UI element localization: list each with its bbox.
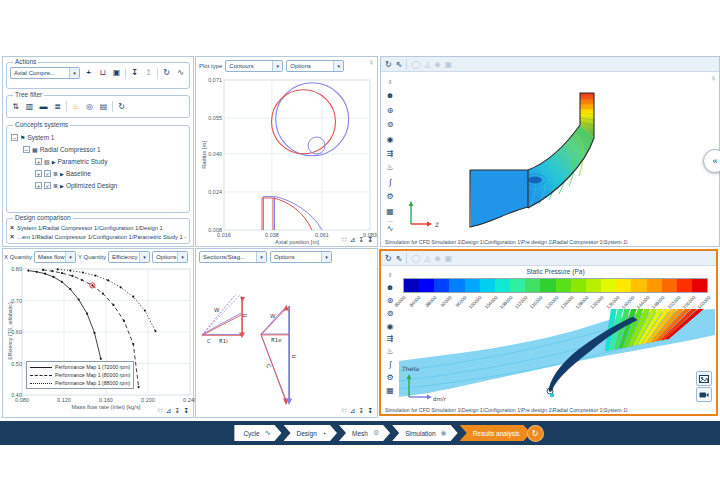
data-point[interactable] [71,275,73,277]
velocity-triangles-canvas[interactable]: C R1i W U W R1e C U [198,263,377,413]
calculator-icon[interactable]: ▦ [386,386,394,396]
rotor-swirl-icon[interactable]: ⊛ [387,296,394,306]
data-point[interactable] [91,284,93,286]
export-image-button[interactable] [696,371,712,386]
triangles-options-select[interactable]: Options ▾ [270,251,332,263]
meridional-view-canvas[interactable]: Z [399,74,719,234]
menu-icon[interactable]: ≣ [53,182,58,189]
view-mode-diamond-icon[interactable]: ◈ [435,254,441,263]
performance-chart-canvas[interactable] [4,263,194,413]
plot-type-select[interactable]: Contours ▾ [225,60,283,72]
data-point[interactable] [100,358,102,360]
notes-filter-button[interactable]: ▤ [98,101,109,112]
boundary-user-icon[interactable]: ☻ [386,91,394,101]
solver-settings-icon[interactable]: ⚙ [386,192,393,202]
data-point[interactable] [44,273,46,275]
data-point[interactable] [132,343,134,345]
data-point[interactable] [81,279,83,281]
collapse-all-button[interactable]: ▬ [38,101,49,112]
active-filter-button[interactable]: ♨ [70,101,81,112]
checkbox-checked-icon[interactable]: ✓ [44,182,51,189]
data-point[interactable] [132,296,134,298]
add-button[interactable]: + [83,68,94,79]
fit-view-icon[interactable]: ∷ [342,236,346,244]
fluid-properties-icon[interactable]: ♨ [386,163,393,173]
save-data-icon[interactable]: ↧ [174,407,180,415]
target-icon[interactable]: ◉ [387,322,394,332]
rotate-button[interactable]: ↻ [161,68,172,79]
y-quantity-select[interactable]: Efficiency (T... ▾ [108,251,150,263]
data-point[interactable] [82,271,84,273]
pan-view-icon[interactable]: ↻ [385,254,392,263]
run-icon[interactable]: ▶ [60,171,64,177]
save-data-icon[interactable]: ↧ [358,236,364,244]
export-button[interactable]: ↥ [143,68,154,79]
data-point[interactable] [144,310,146,312]
view-mode-circle-icon[interactable]: ◯ [411,60,420,69]
data-point[interactable] [52,276,54,278]
contour-options-select[interactable]: Options ▾ [286,60,344,72]
view-mode-cube-icon[interactable]: ▣ [445,60,453,69]
target-icon[interactable]: ◉ [387,135,394,145]
delete-button[interactable]: ⊔ [97,68,108,79]
boundary-user-icon[interactable]: ☻ [386,283,394,293]
remove-icon[interactable]: × [10,224,14,231]
expander-icon[interactable]: + [35,158,42,165]
pan-view-icon[interactable]: ↻ [385,60,392,69]
expander-icon[interactable]: + [35,182,42,189]
integral-icon[interactable]: ∫ [389,178,391,188]
select-cursor-icon[interactable]: ⇖ [396,254,403,263]
expander-icon[interactable]: + [35,170,42,177]
expander-icon[interactable]: − [23,146,30,153]
tree-row-baseline[interactable]: + ✓ ≣ ▶ Baseline [11,168,186,179]
machine-preset-select[interactable]: Axial Compre... ▾ [10,67,80,79]
remove-icon[interactable]: × [10,233,14,240]
run-icon[interactable]: ▶ [52,159,56,165]
view-mode-cube-icon[interactable]: ▣ [445,254,453,263]
stage-ring-icon[interactable]: ⊚ [387,309,394,319]
integral-icon[interactable]: ∫ [389,360,391,370]
workflow-tab-results-analysis[interactable]: Results analysis [460,425,531,441]
record-video-button[interactable] [696,387,712,402]
data-point[interactable] [123,320,125,322]
collapse-panel-button[interactable]: « [703,149,720,173]
comparison-row[interactable]: × ...em 1/Radial Compressor 1/Configurat… [10,232,187,241]
data-point[interactable] [78,299,80,301]
data-point[interactable] [42,269,44,271]
solver-settings-icon[interactable]: ⚙ [386,373,393,383]
data-point[interactable] [94,275,96,277]
data-point[interactable] [102,293,104,295]
blade-to-blade-canvas[interactable]: Theta dm/r [399,309,715,404]
workflow-tab-design[interactable]: Design ◔ [284,425,337,441]
results-plot-icon[interactable]: ∿ [387,221,394,234]
data-point[interactable] [27,270,29,272]
save-image-icon[interactable]: ↧ [367,236,373,244]
flow-settings-icon[interactable]: ⇶ [387,334,394,344]
comparison-row[interactable]: × System 1/Radial Compressor 1/Configura… [10,223,187,232]
edit-chart-icon[interactable]: ⊿ [165,407,171,415]
fit-view-icon[interactable]: ∷ [342,407,346,415]
fluid-properties-icon[interactable]: ♨ [386,347,393,357]
view-mode-circle-icon[interactable]: ◯ [411,254,420,263]
probe-point-icon[interactable]: ♁ [387,77,393,87]
data-point[interactable] [69,270,71,272]
workflow-tab-mesh[interactable]: Mesh ⚙ [339,425,390,441]
data-point[interactable] [36,271,38,273]
tree-row-compressor[interactable]: − ▦ Radial Compressor 1 [11,144,186,155]
edit-chart-icon[interactable]: ⊿ [349,236,355,244]
list-view-button[interactable]: ≣ [52,101,63,112]
chart-button[interactable]: ∿ [175,68,186,79]
import-button[interactable]: ↧ [129,68,140,79]
data-point[interactable] [154,330,156,332]
fit-view-icon[interactable]: ∷ [158,407,162,415]
menu-icon[interactable]: ≣ [53,170,58,177]
workflow-tab-simulation[interactable]: Simulation ◉ [392,425,457,441]
save-data-icon[interactable]: ↧ [358,407,364,415]
data-point[interactable] [57,268,59,270]
data-point[interactable] [51,270,53,272]
copy-button[interactable]: ▣ [111,68,122,79]
select-cursor-icon[interactable]: ⇖ [396,60,403,69]
data-point[interactable] [112,304,114,306]
checkbox-checked-icon[interactable]: ✓ [44,170,51,177]
data-point[interactable] [61,281,63,283]
